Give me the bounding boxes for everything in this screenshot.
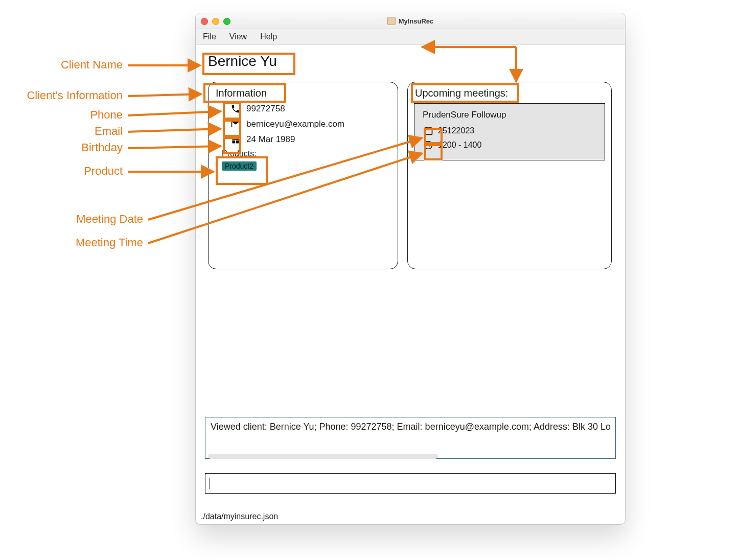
- products-label: Products:: [222, 149, 398, 158]
- status-path: ./data/myinsurec.json: [201, 512, 278, 521]
- svg-rect-0: [425, 128, 432, 134]
- annotation-client-info: Client's Information: [0, 89, 123, 102]
- clock-icon: [423, 139, 434, 151]
- annotation-phone: Phone: [72, 108, 123, 122]
- meeting-row-date: 25122023: [423, 125, 598, 136]
- meetings-panel: Upcoming meetings: PrudenSure Followup 2…: [407, 82, 612, 269]
- close-icon[interactable]: [201, 18, 208, 25]
- menu-file[interactable]: File: [203, 32, 216, 41]
- annotation-meeting-date: Meeting Date: [51, 213, 143, 226]
- text-caret: [210, 478, 210, 489]
- menu-help[interactable]: Help: [260, 32, 277, 41]
- product-tag: Product2: [222, 161, 257, 171]
- meeting-card[interactable]: PrudenSure Followup 25122023 1200 - 1400: [414, 103, 605, 160]
- app-window: MyInsuRec File View Help Bernice Yu Info…: [195, 13, 626, 525]
- meetings-title: Upcoming meetings:: [415, 87, 611, 99]
- calendar-icon: [423, 125, 434, 136]
- fullscreen-icon[interactable]: [223, 18, 230, 25]
- meeting-item-title: PrudenSure Followup: [423, 110, 598, 120]
- client-name-heading: Bernice Yu: [208, 53, 277, 69]
- annotation-birthday: Birthday: [72, 141, 123, 154]
- info-row-phone: 99272758: [230, 103, 398, 114]
- meeting-time-value: 1200 - 1400: [438, 141, 481, 150]
- app-icon: [387, 17, 396, 25]
- svg-line-12: [128, 94, 201, 96]
- horizontal-scrollbar[interactable]: [208, 454, 438, 459]
- app-title: MyInsuRec: [399, 17, 434, 25]
- email-value: berniceyu@example.com: [246, 119, 344, 129]
- phone-value: 99272758: [246, 104, 285, 114]
- birthday-value: 24 Mar 1989: [246, 134, 295, 145]
- email-icon: [230, 119, 241, 130]
- annotation-meeting-time: Meeting Time: [51, 236, 143, 249]
- content-area: Bernice Yu Information 99272758 bernicey…: [196, 45, 625, 525]
- annotation-email: Email: [72, 125, 123, 138]
- menu-view[interactable]: View: [229, 32, 247, 41]
- annotation-client-name: Client Name: [31, 58, 123, 72]
- information-panel: Information 99272758 berniceyu@example.c…: [208, 82, 398, 269]
- titlebar: MyInsuRec: [196, 13, 625, 29]
- minimize-icon[interactable]: [212, 18, 219, 25]
- menubar: File View Help: [196, 29, 625, 45]
- info-row-email: berniceyu@example.com: [230, 119, 398, 130]
- window-controls[interactable]: [201, 18, 230, 25]
- gift-icon: [230, 134, 241, 145]
- annotation-product: Product: [66, 165, 123, 178]
- command-input[interactable]: [205, 473, 616, 494]
- meeting-date-value: 25122023: [438, 126, 474, 135]
- information-title: Information: [216, 87, 398, 99]
- phone-icon: [230, 103, 241, 114]
- info-row-birthday: 24 Mar 1989: [230, 134, 398, 145]
- result-log: Viewed client: Bernice Yu; Phone: 992727…: [205, 417, 616, 459]
- meeting-row-time: 1200 - 1400: [423, 139, 598, 151]
